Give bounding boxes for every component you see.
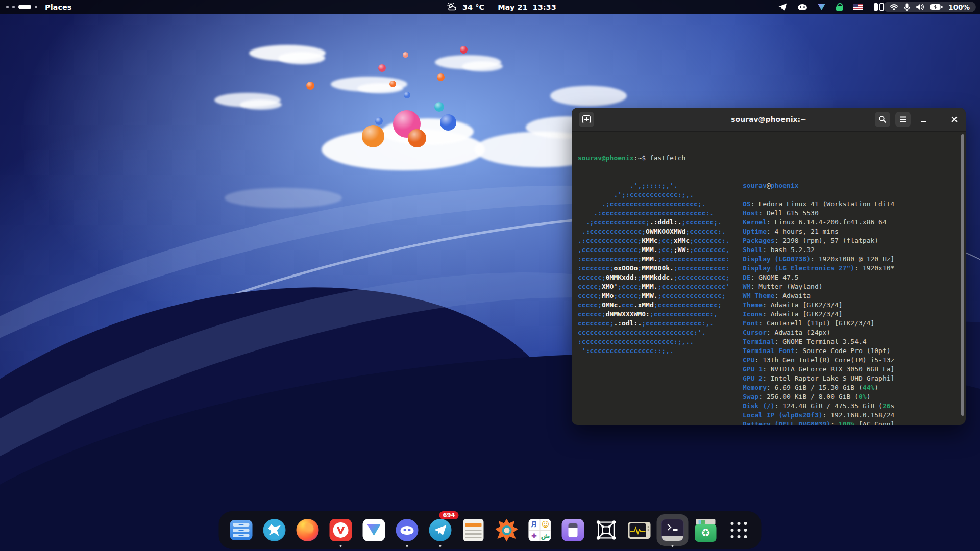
new-tab-button[interactable] (579, 112, 594, 127)
ascii-line: .;cccccccccccccccccccccc;. (578, 199, 743, 209)
workspace-active-pill[interactable] (18, 5, 31, 9)
close-icon (951, 116, 958, 122)
fetch-info-line: CPU: 13th Gen Intel(R) Core(TM) i5-13z (743, 356, 894, 365)
wifi-icon (890, 4, 898, 11)
dock-item-image-tool[interactable] (493, 512, 521, 548)
ascii-line: .',;::::;,'. (578, 181, 743, 190)
ascii-line: :cccccccccccccc;MMM.;cccccccccccccccc: (578, 255, 743, 264)
ascii-line: .';:cccccccccccc:;,. (578, 190, 743, 199)
fetch-info-line: Disk (/): 124.48 GiB / 475.35 GiB (26s (743, 402, 894, 411)
hamburger-icon (900, 119, 906, 120)
workspace-dot[interactable] (12, 6, 15, 8)
ascii-line: ccccc;XMO';cccc;MMM.;cccccccccccccccc' (578, 282, 743, 291)
dock-item-proton-vpn[interactable] (360, 512, 388, 548)
files-app-icon (230, 520, 253, 540)
ascii-line: :ccccccccccccccccccccccc:;,.. (578, 337, 743, 346)
vpn-lock-icon[interactable] (836, 3, 843, 11)
dock-item-firefox[interactable] (293, 512, 322, 548)
characters-app-icon: 月☺ ✚ش (529, 519, 551, 541)
app-grid-icon (731, 522, 747, 538)
fetch-info-line: Display (LG Electronics 27"): 1920x10* (743, 264, 894, 273)
fetch-info: sourav@phoenix--------------OS: Fedora L… (743, 181, 894, 425)
top-bar: Places 34 °C May 21 13:33 (0, 0, 980, 14)
fetch-info-line: Icons: Adwaita [GTK2/3/4] (743, 310, 894, 319)
tiling-assistant-icon[interactable] (874, 3, 884, 11)
minimize-icon (921, 121, 926, 122)
dock-item-librewolf[interactable] (260, 512, 289, 548)
dock-item-trash-cleaner[interactable]: ♻ (692, 512, 720, 548)
ascii-line: :ccccccc;oxOOOo;MMM000k.;cccccccccccc: (578, 264, 743, 273)
weather-temp: 34 °C (462, 3, 484, 11)
dock-item-terminal[interactable] (658, 512, 687, 548)
search-button[interactable] (875, 112, 890, 127)
fetch-info-line: GPU 1: NVIDIA GeForce RTX 3050 6GB La] (743, 365, 894, 374)
workspace-dot[interactable] (35, 6, 37, 8)
fetch-info-line: WM: Mutter (Wayland) (743, 282, 894, 291)
dock-item-vivaldi[interactable] (327, 512, 355, 548)
ascii-line: .:cccccccccccccccccccccccccc:. (578, 209, 743, 218)
fetch-info-line: Font: Cantarell (11pt) [GTK2/3/4] (743, 319, 894, 328)
dock: 694 月☺ ✚ش (219, 511, 762, 549)
workspace-indicator[interactable] (6, 0, 37, 14)
ascii-line: .;ccccccccccccc;.:dddl:.;ccccccc;. (578, 218, 743, 227)
search-icon (878, 115, 887, 123)
keyboard-layout-flag-icon[interactable] (853, 4, 863, 10)
volume-icon (916, 3, 924, 11)
dock-item-boxes[interactable] (592, 512, 621, 548)
clock-menu[interactable]: 34 °C May 21 13:33 (447, 0, 556, 14)
running-indicator (439, 545, 442, 547)
fetch-info-line: sourav@phoenix (743, 181, 894, 190)
terminal-window: sourav@phoenix:~ sourav@phoenix:~$ fastf… (572, 108, 966, 425)
trash-cleaner-app-icon: ♻ (695, 519, 717, 542)
running-indicator (406, 545, 408, 547)
prompt-line: sourav@phoenix:~$ fastfetch (578, 154, 966, 163)
discord-tray-icon[interactable] (798, 4, 807, 10)
battery-charging-icon (930, 4, 943, 10)
dock-item-characters[interactable]: 月☺ ✚ش (526, 512, 554, 548)
dock-item-files[interactable] (227, 512, 256, 548)
places-menu[interactable]: Places (45, 0, 71, 14)
ascii-line: cccccc;0MMKxdd:;MMMkddc.;cccccccccccc; (578, 273, 743, 282)
discord-app-icon (396, 519, 419, 541)
telegram-tray-icon[interactable] (778, 3, 787, 11)
ascii-line: ccccc;0MNc.ccc.xMMd;ccccccccccccccc; (578, 300, 743, 310)
librewolf-app-icon (263, 519, 286, 541)
news-reader-app-icon (463, 519, 484, 541)
dock-item-system-monitor[interactable] (625, 512, 654, 548)
close-button[interactable] (949, 114, 960, 124)
maximize-button[interactable] (934, 114, 944, 124)
ascii-line: ccccccccccccccccccccccccccccc:'. (578, 328, 743, 337)
fetch-info-line: Shell: bash 5.2.32 (743, 245, 894, 255)
dock-item-impression[interactable] (559, 512, 587, 548)
proton-vpn-app-icon (363, 519, 385, 541)
minimize-button[interactable] (919, 114, 929, 124)
dock-item-news-reader[interactable] (459, 512, 488, 548)
ascii-line: .:ccccccccccccc;OWMKOOXMWd;ccccccc:. (578, 227, 743, 236)
fetch-info-line: Terminal Font: Source Code Pro (10pt) (743, 346, 894, 356)
system-status-menu[interactable]: 100% (884, 2, 976, 12)
vivaldi-app-icon (330, 519, 352, 541)
terminal-scrollbar[interactable] (961, 134, 964, 416)
clock-date: May 21 (498, 3, 527, 11)
fetch-info-line: DE: GNOME 47.5 (743, 273, 894, 282)
workspace-dot[interactable] (6, 6, 9, 8)
screen: Places 34 °C May 21 13:33 (0, 0, 980, 551)
running-indicator (340, 545, 342, 547)
fetch-info-line: Uptime: 4 hours, 21 mins (743, 227, 894, 236)
dock-item-discord[interactable] (393, 512, 422, 548)
boxes-app-icon (595, 519, 618, 541)
ascii-line: ':cccccccccccccccc::;,. (578, 346, 743, 356)
fetch-info-line: Packages: 2398 (rpm), 57 (flatpak) (743, 236, 894, 245)
dock-item-app-grid[interactable] (725, 512, 753, 548)
ascii-line: cccccccc;.:odl:.;cccccccccccccc:,. (578, 319, 743, 328)
protonvpn-tray-icon[interactable] (818, 4, 825, 10)
terminal-content[interactable]: sourav@phoenix:~$ fastfetch .',;::::;,'.… (572, 132, 966, 425)
terminal-titlebar[interactable]: sourav@phoenix:~ (572, 108, 966, 132)
fetch-info-line: Swap: 256.00 KiB / 8.00 GiB (0%) (743, 392, 894, 402)
firefox-app-icon (297, 519, 319, 541)
dock-item-telegram[interactable]: 694 (426, 512, 455, 548)
menu-button[interactable] (895, 112, 911, 127)
ascii-line: cccccc;dNMWXXXWM0:;cccccccccccccc:, (578, 310, 743, 319)
fetch-info-line: Cursor: Adwaita (24px) (743, 328, 894, 337)
fetch-info-line: OS: Fedora Linux 41 (Workstation Edit4 (743, 199, 894, 209)
